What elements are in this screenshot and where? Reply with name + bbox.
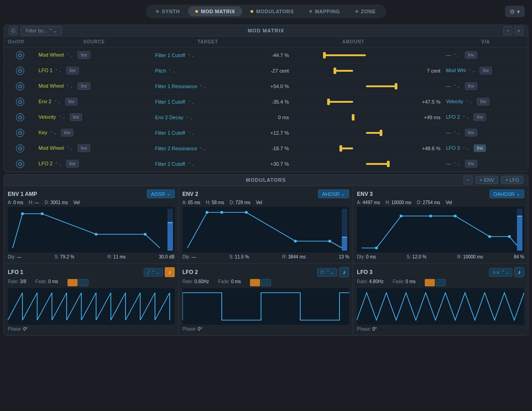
target-arrows[interactable]: ⌃⌄ [168, 69, 176, 74]
mapping-dot [309, 10, 312, 13]
lfo1-fade-btn1[interactable] [68, 279, 78, 286]
modulators-grid: ENV 1 AMP ADSR ⌄ A: 0 ms H: — D: 3001 ms… [4, 186, 528, 263]
add-lfo-button[interactable]: + LFO [501, 176, 523, 184]
target-arrows[interactable]: ⌃⌄ [188, 131, 195, 136]
tab-mapping[interactable]: MAPPING [302, 6, 347, 16]
amount-slider[interactable] [292, 116, 415, 118]
source-arrows[interactable]: ⌃⌄ [55, 68, 62, 73]
env3-type-button[interactable]: DAHDSR ⌄ [490, 190, 524, 198]
lfo3-display [357, 288, 524, 325]
source-inv-button[interactable]: Inv [78, 82, 90, 90]
tab-synth[interactable]: SYNTH [149, 6, 187, 16]
source-arrows[interactable]: ⌃⌄ [66, 84, 73, 89]
info-button[interactable]: © [9, 26, 18, 35]
via-inv-button[interactable]: Inv [465, 51, 477, 59]
gear-button[interactable]: ⚙ ▾ [505, 6, 525, 17]
modulators-minus-button[interactable]: − [464, 175, 473, 184]
target-arrows[interactable]: ⌃⌄ [188, 162, 195, 167]
source-inv-button[interactable]: Inv [78, 51, 90, 59]
source-inv-button[interactable]: Inv [66, 160, 78, 168]
lfo2-fade-btn2[interactable] [261, 279, 271, 286]
row-amount: +54.0 % [263, 79, 443, 94]
lfo2-wave-button[interactable]: ♪ [339, 267, 349, 277]
via-inv-button[interactable]: Inv [465, 160, 477, 168]
lfo3-fade-btn1[interactable] [425, 279, 435, 286]
target-arrows[interactable]: ⌃⌄ [186, 116, 193, 120]
lfo3-fade-btn2[interactable] [436, 279, 446, 286]
env2-params: A: 65 ms H: 58 ms D: 729 ms Vel [183, 200, 349, 205]
source-inv-button[interactable]: Inv [78, 144, 90, 152]
env1-type-arrow: ⌄ [167, 191, 171, 197]
amount-slider[interactable] [292, 148, 415, 149]
via-inv-button[interactable]: Inv [465, 82, 477, 90]
lfo2-type-button[interactable]: ⊓ ⌃⌄ [317, 268, 337, 277]
lfo1-type-button[interactable]: ╱ ⌃⌄ [144, 268, 163, 277]
lfo3-title: LFO 3 [357, 269, 372, 275]
source-inv-button[interactable]: Inv [65, 98, 78, 105]
source-inv-button[interactable]: Inv [66, 67, 78, 74]
table-row: ⏻ Mod Wheel ⌃⌄ Inv Filter 1 Resonance ⌃⌄… [4, 79, 528, 94]
row-via: Mod Whl ⌃⌄ Inv [443, 63, 528, 79]
via-arrows[interactable]: ⌃⌄ [465, 100, 473, 104]
lfo1-wave-button[interactable]: ♪ [165, 267, 175, 277]
amount-slider[interactable] [292, 85, 440, 87]
lfo3-fade-label: Fade: 0 ms [393, 279, 416, 286]
power-button[interactable]: ⏻ [16, 98, 24, 106]
amount-slider[interactable] [292, 101, 415, 103]
tab-mod-matrix[interactable]: MOD MATRIX [188, 6, 242, 16]
source-arrows[interactable]: ⌃⌄ [66, 53, 73, 58]
source-arrows[interactable]: ⌃⌄ [54, 100, 61, 104]
mod-matrix-header: © Filter by... ⌃⌄ MOD MATRIX − + [4, 25, 528, 37]
amount-slider[interactable] [292, 163, 440, 165]
amount-slider[interactable] [292, 132, 440, 134]
tab-zone[interactable]: ZONE [348, 6, 383, 16]
env2-header: ENV 2 AHDSR ⌄ [183, 190, 349, 198]
power-button[interactable]: ⏻ [16, 51, 24, 59]
add-env-button[interactable]: + ENV [475, 176, 498, 184]
source-arrows[interactable]: ⌃⌄ [66, 146, 73, 151]
via-inv-button[interactable]: Inv [474, 144, 486, 152]
amount-slider[interactable] [292, 70, 415, 72]
amount-slider[interactable] [292, 54, 440, 56]
via-arrows[interactable]: ⌃⌄ [468, 68, 475, 73]
target-arrows[interactable]: ⌃⌄ [199, 147, 207, 151]
via-inv-button[interactable]: Inv [477, 98, 489, 105]
target-arrows[interactable]: ⌃⌄ [188, 53, 195, 58]
via-arrows[interactable]: ⌃⌄ [462, 146, 469, 151]
filter-button[interactable]: Filter by... ⌃⌄ [21, 26, 62, 36]
lfo2-fade-btn1[interactable] [250, 279, 260, 286]
plus-button[interactable]: + [514, 26, 523, 35]
via-arrows[interactable]: ⌃⌄ [453, 84, 460, 89]
tab-modulators[interactable]: MODULATORS [243, 6, 301, 16]
power-button[interactable]: ⏻ [16, 67, 24, 75]
env1-type-button[interactable]: ADSR ⌄ [147, 190, 175, 198]
lfo1-fade-btn2[interactable] [78, 279, 89, 286]
lfo3-type-button[interactable]: ∧∨ ⌃⌄ [489, 268, 512, 277]
via-inv-button[interactable]: Inv [480, 67, 492, 74]
power-button[interactable]: ⏻ [16, 144, 24, 153]
target-arrows[interactable]: ⌃⌄ [188, 100, 195, 105]
source-arrows[interactable]: ⌃⌄ [55, 162, 62, 166]
power-button[interactable]: ⏻ [16, 160, 24, 168]
env1-type-label: ADSR [151, 191, 165, 197]
source-inv-button[interactable]: Inv [70, 113, 82, 121]
via-arrows[interactable]: ⌃⌄ [453, 53, 460, 58]
env1-bottom: Dly: — S: 79.2 % R: 11 ms 30.0 dB [8, 254, 175, 259]
power-button[interactable]: ⏻ [16, 129, 24, 137]
via-inv-button[interactable]: Inv [465, 129, 477, 137]
via-inv-button[interactable]: Inv [474, 113, 486, 121]
source-arrows[interactable]: ⌃⌄ [50, 131, 57, 135]
via-arrows[interactable]: ⌃⌄ [462, 115, 469, 120]
env2-type-button[interactable]: AHDSR ⌄ [318, 190, 349, 198]
env1-dly: Dly: — [8, 254, 21, 259]
source-inv-button[interactable]: Inv [61, 129, 73, 137]
lfo3-wave-button[interactable]: ♪ [514, 267, 524, 277]
minus-button[interactable]: − [503, 26, 512, 35]
source-arrows[interactable]: ⌃⌄ [58, 115, 66, 120]
via-arrows[interactable]: ⌃⌄ [453, 162, 460, 166]
target-arrows[interactable]: ⌃⌄ [199, 84, 207, 89]
row-target: Filter 1 Cutoff ⌃⌄ [152, 94, 264, 110]
power-button[interactable]: ⏻ [16, 113, 24, 121]
via-arrows[interactable]: ⌃⌄ [453, 131, 460, 135]
power-button[interactable]: ⏻ [16, 82, 24, 90]
